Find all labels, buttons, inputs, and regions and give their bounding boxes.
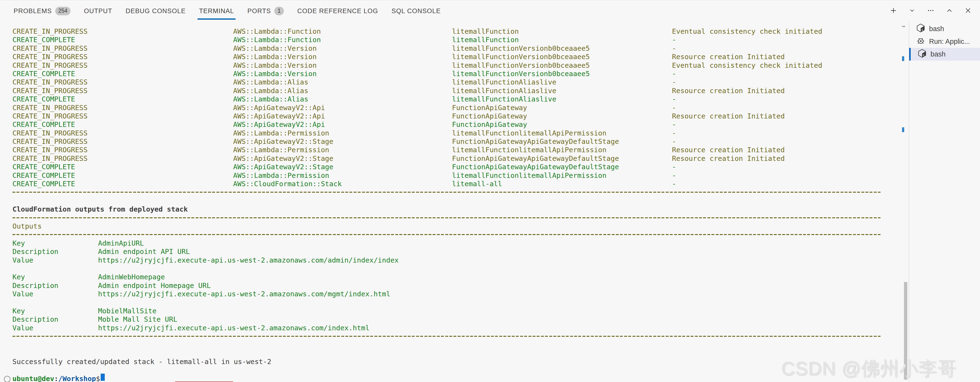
event-status: CREATE_COMPLETE — [13, 163, 233, 171]
tab-problems[interactable]: PROBLEMS254 — [14, 0, 70, 22]
event-status: CREATE_IN_PROGRESS — [13, 27, 233, 36]
terminal-bash-icon: $ — [917, 49, 927, 60]
prompt-path: /Workshop — [58, 375, 96, 382]
cfn-event-row: CREATE_IN_PROGRESSAWS::Lambda::Versionli… — [13, 61, 885, 70]
event-status-reason: - — [672, 44, 885, 53]
terminal-tabs-list: $bashRun: Applic...$bash — [909, 22, 980, 61]
terminal-list-item-bash[interactable]: $bash — [909, 48, 980, 61]
vscode-bottom-panel: PROBLEMS254OUTPUTDEBUG CONSOLETERMINALPO… — [0, 0, 980, 382]
blank-line — [13, 366, 885, 375]
event-resource-type: AWS::Lambda::Alias — [233, 95, 452, 103]
event-status: CREATE_IN_PROGRESS — [13, 44, 233, 53]
launch-profile-dropdown[interactable] — [907, 6, 917, 16]
event-logical-id: litemallFunctionAliaslive — [452, 78, 672, 86]
output-description-value: Admin endpoint API URL — [98, 248, 190, 256]
output-url-value: https://u2jryjcjfi.execute-api.us-west-2… — [98, 290, 390, 298]
event-status-reason: Resource creation Initiated — [672, 112, 885, 120]
event-resource-type: AWS::ApiGatewayV2::Stage — [233, 137, 452, 146]
output-key-line: KeyAdminApiURL — [13, 239, 885, 248]
event-status: CREATE_IN_PROGRESS — [13, 112, 233, 120]
overview-ruler-mark — [902, 127, 904, 132]
event-logical-id: FunctionApiGateway — [452, 120, 672, 129]
event-status: CREATE_IN_PROGRESS — [13, 61, 233, 70]
event-status-reason: Eventual consistency check initiated — [672, 27, 885, 36]
svg-text:$: $ — [921, 28, 923, 31]
event-resource-type: AWS::Lambda::Version — [233, 70, 452, 78]
event-logical-id: litemallFunctionAliaslive — [452, 95, 672, 103]
output-key-value: AdminApiURL — [98, 239, 144, 248]
terminal-list-label: bash — [929, 25, 944, 33]
chevron-down-icon — [909, 7, 915, 14]
cfn-event-row: CREATE_IN_PROGRESSAWS::Lambda::Permissio… — [13, 129, 885, 137]
tab-label: PORTS — [248, 7, 271, 15]
terminal-list-label: bash — [931, 50, 945, 58]
output-description-value: Moble Mall Site URL — [98, 315, 177, 324]
event-status: CREATE_COMPLETE — [13, 120, 233, 129]
event-resource-type: AWS::Lambda::Version — [233, 61, 452, 70]
tab-label: PROBLEMS — [14, 7, 52, 15]
tab-label: OUTPUT — [84, 7, 112, 15]
output-key-label: Key — [13, 307, 98, 315]
cfn-event-row: CREATE_IN_PROGRESSAWS::Lambda::Permissio… — [13, 146, 885, 154]
event-status-reason: - — [672, 180, 885, 188]
event-status: CREATE_IN_PROGRESS — [13, 154, 233, 163]
event-logical-id: litemallFunctionVersionb0bceaaee5 — [452, 61, 672, 70]
tab-badge: 254 — [55, 7, 70, 15]
dashed-separator — [13, 332, 885, 340]
stack-success-message: Successfully created/updated stack - lit… — [13, 358, 271, 366]
tab-output[interactable]: OUTPUT — [84, 0, 112, 22]
output-description-line: DescriptionMoble Mall Site URL — [13, 315, 885, 324]
tab-code-reference-log[interactable]: CODE REFERENCE LOG — [297, 0, 378, 22]
event-logical-id: litemallFunctionVersionb0bceaaee5 — [452, 53, 672, 61]
close-panel-button[interactable] — [963, 6, 973, 16]
event-logical-id: litemallFunctionlitemallApiPermission — [452, 129, 672, 137]
event-status-reason: Resource creation Initiated — [672, 53, 885, 61]
tab-debug-console[interactable]: DEBUG CONSOLE — [126, 0, 186, 22]
panel-actions — [888, 0, 973, 22]
event-resource-type: AWS::Lambda::Function — [233, 36, 452, 44]
output-key-value: AdminWebHomepage — [98, 273, 165, 281]
event-resource-type: AWS::ApiGatewayV2::Api — [233, 120, 452, 129]
event-status: CREATE_IN_PROGRESS — [13, 78, 233, 86]
tab-label: TERMINAL — [199, 7, 234, 15]
terminal-list-label: Run: Applic... — [929, 38, 970, 45]
event-resource-type: AWS::Lambda::Alias — [233, 86, 452, 95]
outputs-title-line: Outputs — [13, 222, 885, 230]
terminal-output[interactable]: CREATE_IN_PROGRESSAWS::Lambda::Functionl… — [0, 22, 885, 382]
event-logical-id: FunctionApiGateway — [452, 112, 672, 120]
terminal-bash-icon: $ — [916, 23, 926, 34]
prompt-colon: : — [54, 375, 58, 382]
event-status-reason: - — [672, 95, 885, 103]
success-line: Successfully created/updated stack - lit… — [13, 358, 885, 366]
event-resource-type: AWS::ApiGatewayV2::Api — [233, 104, 452, 112]
maximize-panel-button[interactable] — [944, 6, 955, 16]
tab-sql-console[interactable]: SQL CONSOLE — [391, 0, 441, 22]
command-decoration-icon — [4, 376, 11, 382]
more-actions-button[interactable] — [926, 6, 936, 16]
event-status: CREATE_IN_PROGRESS — [13, 146, 233, 154]
tab-ports[interactable]: PORTS1 — [248, 0, 284, 22]
tab-terminal[interactable]: TERMINAL — [199, 0, 234, 22]
output-description-line: DescriptionAdmin endpoint Homepage URL — [13, 281, 885, 290]
overview-ruler-dash — [902, 26, 905, 27]
event-logical-id: FunctionApiGateway — [452, 104, 672, 112]
event-status-reason: - — [672, 36, 885, 44]
terminal-list-item-bash[interactable]: $bash — [909, 22, 980, 35]
event-status: CREATE_COMPLETE — [13, 180, 233, 188]
event-resource-type: AWS::Lambda::Permission — [233, 146, 452, 154]
cfn-event-row: CREATE_IN_PROGRESSAWS::Lambda::Versionli… — [13, 53, 885, 61]
event-status-reason: Resource creation Initiated — [672, 86, 885, 95]
cfn-event-row: CREATE_IN_PROGRESSAWS::ApiGatewayV2::Sta… — [13, 137, 885, 146]
terminal-list-item-runapplic[interactable]: Run: Applic... — [909, 35, 980, 48]
output-description-line: DescriptionAdmin endpoint API URL — [13, 248, 885, 256]
new-terminal-button[interactable] — [888, 6, 899, 16]
output-value-line: Valuehttps://u2jryjcjfi.execute-api.us-w… — [13, 324, 885, 332]
event-status-reason: Resource creation Initiated — [672, 146, 885, 154]
outputs-title: Outputs — [13, 222, 41, 230]
event-resource-type: AWS::Lambda::Alias — [233, 78, 452, 86]
event-resource-type: AWS::ApiGatewayV2::Stage — [233, 163, 452, 171]
cfn-event-row: CREATE_IN_PROGRESSAWS::ApiGatewayV2::Api… — [13, 112, 885, 120]
event-status-reason: Resource creation Initiated — [672, 154, 885, 163]
event-resource-type: AWS::ApiGatewayV2::Api — [233, 112, 452, 120]
output-key-line: KeyAdminWebHomepage — [13, 273, 885, 281]
